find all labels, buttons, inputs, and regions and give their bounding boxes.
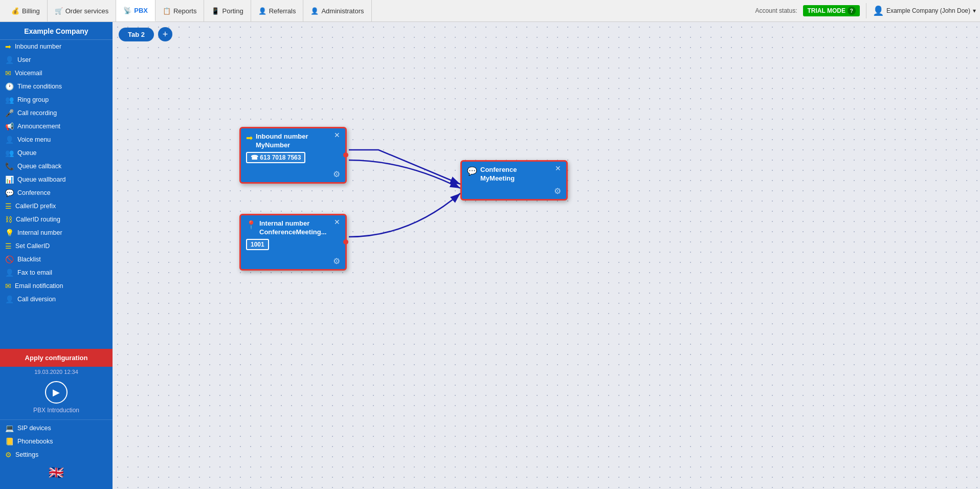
user-avatar-icon: 👤	[873, 5, 884, 16]
inbound-node-header: ➡ Inbound number MyNumber ✕	[241, 128, 345, 152]
sidebar-divider	[0, 419, 113, 420]
sidebar-item-fax-to-email[interactable]: 👤 Fax to email	[0, 266, 113, 279]
conference-node-footer: ⚙	[462, 185, 566, 199]
blacklist-icon: 🚫	[5, 255, 14, 263]
sidebar-item-callerid-prefix[interactable]: ☰ CallerID prefix	[0, 199, 113, 213]
user-menu[interactable]: 👤 Example Company (John Doe) ▾	[873, 5, 976, 16]
sidebar-item-queue-callback[interactable]: 📞 Queue callback	[0, 160, 113, 173]
sidebar-item-sip-devices[interactable]: 💻 SIP devices	[0, 421, 113, 435]
callerid-prefix-icon: ☰	[5, 202, 12, 210]
wallboard-icon: 📊	[5, 175, 14, 184]
clock-icon: 🕐	[5, 82, 14, 91]
sidebar-bottom: Apply configuration 19.03.2020 12:34 ▶ P…	[0, 347, 113, 489]
pbx-intro-label: PBX Introduction	[0, 406, 113, 418]
internal-node-body: 1001	[241, 239, 345, 255]
conference-gear-icon[interactable]: ⚙	[554, 186, 561, 196]
sidebar-scroll: ➡ Inbound number 👤 User ✉ Voicemail 🕐 Ti…	[0, 40, 113, 347]
sidebar-item-voice-menu[interactable]: 👤 Voice menu	[0, 133, 113, 146]
internal-conn-dot	[343, 239, 348, 244]
arrow-right-icon: ➡	[5, 42, 11, 51]
nav-referrals[interactable]: 👤 Referrals	[251, 0, 304, 21]
sidebar-item-conference[interactable]: 💬 Conference	[0, 186, 113, 199]
internal-node-title: Internal number ConferenceMeeting...	[259, 219, 331, 237]
sidebar-item-time-conditions[interactable]: 🕐 Time conditions	[0, 80, 113, 93]
nav-billing[interactable]: 💰 Billing	[4, 0, 48, 21]
conference-close-button[interactable]: ✕	[555, 165, 561, 172]
inbound-gear-icon[interactable]: ⚙	[333, 169, 340, 179]
set-callerid-icon: ☰	[5, 242, 12, 250]
internal-ext-badge: 1001	[246, 239, 269, 250]
main-layout: Example Company ➡ Inbound number 👤 User …	[0, 22, 980, 489]
flow-canvas: ➡ Inbound number MyNumber ✕ ☎ 613 7018 7…	[113, 48, 980, 489]
apply-date: 19.03.2020 12:34	[0, 368, 113, 376]
nav-pbx[interactable]: 📡 PBX	[116, 0, 155, 21]
sidebar-item-inbound-number[interactable]: ➡ Inbound number	[0, 40, 113, 53]
sidebar-item-settings[interactable]: ⚙ Settings	[0, 448, 113, 461]
internal-number-node[interactable]: 📍 Internal number ConferenceMeeting... ✕…	[239, 214, 347, 271]
uk-flag: 🇬🇧	[49, 465, 64, 480]
sidebar-item-set-callerid[interactable]: ☰ Set CallerID	[0, 239, 113, 253]
nav-order-services[interactable]: 🛒 Order services	[48, 0, 117, 21]
inbound-arrow-icon: ➡	[246, 133, 253, 143]
trial-help-icon: ?	[848, 7, 856, 15]
tab-bar: Tab 2 +	[113, 22, 980, 47]
administrators-icon: 👤	[310, 7, 319, 15]
conference-node-header: 💬 Conference MyMeeting ✕	[462, 162, 566, 185]
sip-devices-icon: 💻	[5, 424, 14, 432]
nav-right: Account status: TRIAL MODE ? 👤 Example C…	[755, 3, 976, 18]
conference-node[interactable]: 💬 Conference MyMeeting ✕ ⚙	[460, 160, 568, 201]
inbound-phone-badge: ☎ 613 7018 7563	[246, 152, 305, 163]
inbound-close-button[interactable]: ✕	[334, 131, 340, 139]
play-btn-wrap: ▶	[0, 376, 113, 406]
email-icon: ✉	[5, 282, 11, 290]
porting-icon: 📱	[211, 7, 219, 15]
sidebar: Example Company ➡ Inbound number 👤 User …	[0, 22, 113, 489]
sidebar-item-call-diversion[interactable]: 👤 Call diversion	[0, 293, 113, 306]
sidebar-item-internal-number[interactable]: 💡 Internal number	[0, 226, 113, 239]
inbound-conn-dot	[343, 152, 348, 158]
queue-icon: 👥	[5, 149, 14, 157]
sidebar-item-announcement[interactable]: 📢 Announcement	[0, 120, 113, 133]
nav-porting[interactable]: 📱 Porting	[204, 0, 251, 21]
order-services-icon: 🛒	[55, 7, 63, 15]
callerid-routing-icon: ⛓	[5, 215, 12, 224]
sidebar-item-callerid-routing[interactable]: ⛓ CallerID routing	[0, 213, 113, 226]
sidebar-item-ring-group[interactable]: 👥 Ring group	[0, 93, 113, 106]
top-nav: 💰 Billing 🛒 Order services 📡 PBX 📋 Repor…	[0, 0, 980, 22]
flag-wrap: 🇬🇧	[0, 461, 113, 484]
user-icon: 👤	[5, 56, 14, 64]
inbound-node-title: Inbound number MyNumber	[256, 132, 331, 150]
internal-number-icon: 💡	[5, 229, 14, 237]
play-button[interactable]: ▶	[45, 381, 68, 404]
tab-2-button[interactable]: Tab 2	[119, 28, 154, 41]
company-name: Example Company	[0, 22, 113, 40]
reports-icon: 📋	[163, 7, 171, 15]
internal-node-header: 📍 Internal number ConferenceMeeting... ✕	[241, 215, 345, 239]
queue-callback-icon: 📞	[5, 162, 14, 170]
sidebar-item-voicemail[interactable]: ✉ Voicemail	[0, 66, 113, 80]
ring-group-icon: 👥	[5, 96, 14, 104]
inbound-node-footer: ⚙	[241, 168, 345, 182]
sidebar-item-email-notification[interactable]: ✉ Email notification	[0, 279, 113, 293]
conference-node-title: Conference MyMeeting	[480, 166, 552, 183]
sidebar-item-user[interactable]: 👤 User	[0, 53, 113, 66]
billing-icon: 💰	[11, 7, 19, 15]
nav-administrators[interactable]: 👤 Administrators	[303, 0, 371, 21]
apply-config-button[interactable]: Apply configuration	[0, 349, 113, 367]
add-tab-button[interactable]: +	[158, 27, 172, 41]
internal-close-button[interactable]: ✕	[334, 218, 340, 226]
sidebar-item-queue[interactable]: 👥 Queue	[0, 146, 113, 160]
fax-icon: 👤	[5, 269, 14, 277]
sidebar-item-queue-wallboard[interactable]: 📊 Queue wallboard	[0, 173, 113, 186]
referrals-icon: 👤	[258, 7, 266, 15]
conference-icon: 💬	[5, 189, 14, 197]
sidebar-item-call-recording[interactable]: 🎤 Call recording	[0, 106, 113, 120]
sidebar-item-blacklist[interactable]: 🚫 Blacklist	[0, 253, 113, 266]
account-status-label: Account status:	[755, 7, 797, 14]
trial-badge: TRIAL MODE ?	[803, 5, 859, 16]
internal-gear-icon[interactable]: ⚙	[333, 256, 340, 266]
sidebar-item-phonebooks[interactable]: 📒 Phonebooks	[0, 435, 113, 448]
inbound-number-node[interactable]: ➡ Inbound number MyNumber ✕ ☎ 613 7018 7…	[239, 127, 347, 184]
call-diversion-icon: 👤	[5, 295, 14, 303]
nav-reports[interactable]: 📋 Reports	[155, 0, 205, 21]
